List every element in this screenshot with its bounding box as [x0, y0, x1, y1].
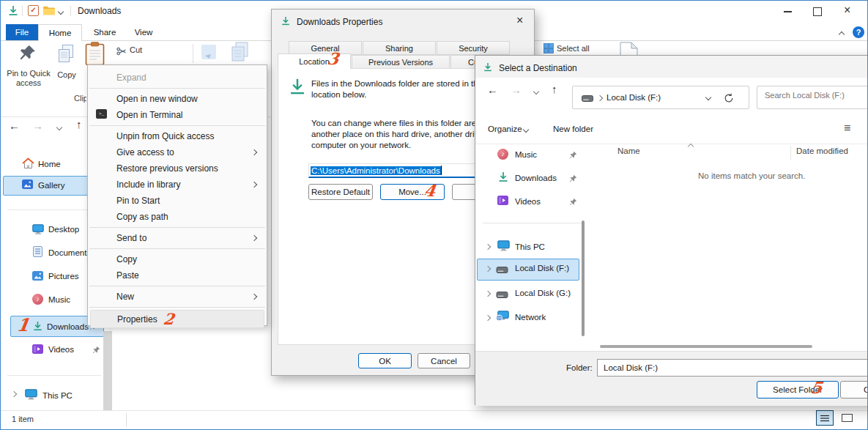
tree-item-videos[interactable]: Videos — [515, 197, 541, 206]
menu-item-give-access[interactable]: Give access to — [88, 144, 267, 160]
menu-item-include-library-label: Include in library — [116, 179, 180, 190]
destination-back-icon[interactable]: ← — [487, 84, 498, 96]
menu-separator — [89, 248, 265, 249]
tab-home[interactable]: Home — [38, 24, 82, 41]
sidebar-item-documents[interactable]: Documents — [48, 248, 91, 257]
collapse-ribbon-icon[interactable] — [839, 31, 845, 37]
search-input[interactable] — [763, 90, 868, 100]
location-path-selected-text: C:\Users\Administrator\Downloads — [311, 166, 441, 175]
menu-item-new[interactable]: New — [88, 289, 267, 305]
column-header-name[interactable]: Name — [617, 147, 640, 155]
cancel-button[interactable]: Cancel — [418, 353, 470, 368]
address-breadcrumb: Local Disk (F:) — [607, 93, 661, 102]
tree-item-downloads[interactable]: Downloads — [515, 174, 557, 182]
content-view-icon — [842, 414, 853, 422]
menu-item-open-terminal[interactable]: >_ Open in Terminal — [88, 107, 267, 123]
tab-sharing[interactable]: Sharing — [363, 41, 436, 55]
destination-forward-icon[interactable]: → — [511, 84, 522, 96]
tree-item-this-pc[interactable]: This PC — [515, 242, 545, 251]
folder-icon[interactable] — [42, 6, 56, 15]
menu-item-send-to[interactable]: Send to — [88, 230, 267, 246]
quick-access-check-icon[interactable]: ✓ — [28, 5, 39, 16]
horizontal-scrollbar[interactable] — [600, 345, 812, 348]
tab-previous-versions[interactable]: Previous Versions — [352, 55, 450, 69]
destination-dialog-icon — [483, 62, 493, 73]
tree-item-music[interactable]: Music — [515, 150, 537, 159]
folder-name-input[interactable]: Local Disk (F:) — [597, 359, 868, 377]
sidebar-item-desktop[interactable]: Desktop — [48, 225, 79, 234]
pin-to-quick-access-button[interactable]: Pin to Quick access — [1, 69, 56, 88]
sidebar-item-pictures[interactable]: Pictures — [48, 272, 79, 281]
destination-recent-icon[interactable] — [533, 89, 539, 94]
empty-folder-message: No items match your search. — [698, 171, 805, 180]
documents-icon — [33, 246, 42, 257]
tab-view[interactable]: View — [126, 24, 161, 40]
cut-button[interactable]: Cut — [130, 45, 142, 54]
this-pc-expand-icon[interactable] — [11, 391, 17, 397]
select-folder-button[interactable]: Select Folder — [757, 381, 839, 399]
menu-item-expand[interactable]: Expand — [88, 70, 267, 86]
tree-disk-g-expand-icon[interactable] — [485, 291, 491, 297]
sidebar-scrollbar[interactable] — [103, 331, 112, 410]
statusbar-divider — [126, 413, 127, 426]
tree-scrollbar[interactable] — [582, 220, 585, 336]
menu-item-include-library[interactable]: Include in library — [88, 177, 267, 193]
sidebar-item-music[interactable]: Music — [48, 295, 70, 304]
sidebar-item-videos[interactable]: Videos — [48, 345, 74, 354]
destination-cancel-button[interactable]: Cancel — [840, 381, 868, 399]
sidebar-item-this-pc[interactable]: This PC — [42, 391, 73, 400]
content-view-button[interactable] — [838, 410, 856, 426]
column-divider[interactable] — [790, 146, 791, 160]
menu-item-paste[interactable]: Paste — [88, 267, 267, 283]
this-pc-icon — [25, 389, 37, 400]
menu-item-pin-to-start[interactable]: Pin to Start — [88, 193, 267, 209]
tree-network-expand-icon[interactable] — [485, 315, 491, 321]
menu-item-open-new-window[interactable]: Open in new window — [88, 91, 267, 107]
tab-location[interactable]: Location — [278, 53, 351, 69]
refresh-icon[interactable] — [724, 93, 734, 103]
paste-clipboard-icon[interactable] — [85, 42, 105, 66]
close-button[interactable]: × — [844, 4, 850, 17]
menu-item-open-terminal-label: Open in Terminal — [116, 110, 183, 120]
drive-icon — [582, 95, 593, 102]
address-dropdown-icon[interactable] — [705, 94, 711, 100]
address-bar[interactable]: Local Disk (F:) — [572, 86, 749, 109]
tab-share[interactable]: Share — [85, 24, 125, 40]
sidebar-item-home[interactable]: Home — [38, 160, 61, 168]
column-header-date-modified[interactable]: Date modified — [796, 147, 848, 155]
menu-item-unpin-quick-access[interactable]: Unpin from Quick access — [88, 128, 267, 144]
tab-security[interactable]: Security — [437, 41, 510, 55]
help-icon[interactable]: ? — [853, 26, 864, 38]
tree-this-pc-expand-icon[interactable] — [485, 244, 491, 250]
select-all-button[interactable]: Select all — [557, 44, 590, 53]
menu-item-copy-as-path[interactable]: Copy as path — [88, 209, 267, 225]
properties-close-button[interactable]: × — [516, 14, 523, 27]
menu-item-properties[interactable]: Properties 2 — [90, 310, 264, 328]
view-options-icon[interactable]: ≡ — [844, 122, 850, 135]
submenu-arrow-icon — [251, 235, 257, 241]
titlebar-dropdown-icon[interactable] — [58, 9, 64, 15]
maximize-button[interactable] — [813, 7, 822, 16]
restore-default-button[interactable]: Restore Default — [308, 184, 373, 200]
recent-locations-icon[interactable] — [56, 125, 62, 130]
search-box[interactable] — [757, 86, 868, 109]
ok-button[interactable]: OK — [358, 353, 412, 368]
minimize-button[interactable] — [784, 11, 792, 12]
details-view-button[interactable] — [816, 410, 834, 426]
menu-item-copy[interactable]: Copy — [88, 251, 267, 267]
tree-item-local-disk-g[interactable]: Local Disk (G:) — [515, 289, 571, 297]
organize-button[interactable]: Organize — [488, 125, 522, 133]
copy-button[interactable]: Copy — [54, 70, 79, 79]
menu-item-restore-versions[interactable]: Restore previous versions — [88, 160, 267, 177]
back-icon[interactable]: ← — [9, 119, 20, 132]
tab-file[interactable]: File — [6, 24, 38, 40]
new-folder-button[interactable]: New folder — [553, 125, 593, 133]
copy-icon — [57, 44, 75, 64]
pin-icon — [19, 44, 37, 64]
window-title: Downloads — [78, 6, 121, 16]
forward-icon[interactable]: → — [32, 119, 43, 132]
tree-item-network[interactable]: Network — [515, 313, 546, 322]
location-download-icon — [288, 77, 307, 97]
destination-up-icon[interactable]: ↑ — [552, 83, 557, 95]
up-icon[interactable]: ↑ — [76, 118, 82, 130]
